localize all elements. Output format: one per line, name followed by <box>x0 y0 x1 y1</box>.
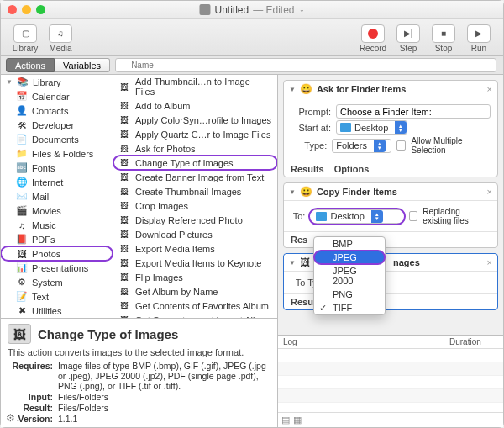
view-list-icon[interactable]: ▤ <box>281 415 290 425</box>
sidebar-item-utilities[interactable]: ✖Utilities <box>1 304 113 318</box>
sidebar-item-developer[interactable]: 🛠Developer <box>1 118 113 132</box>
sidebar-item-text[interactable]: 📝Text <box>1 289 113 304</box>
disclosure-triangle-icon[interactable]: ▼ <box>289 188 296 196</box>
action-item[interactable]: 🖼Add Thumbnail…n to Image Files <box>113 75 277 98</box>
type-popup[interactable]: Folders ▴▾ <box>332 139 391 153</box>
tab-actions[interactable]: Actions <box>6 58 55 72</box>
workflow-scroll[interactable]: ▼ 😀 Ask for Finder Items × Prompt: Start… <box>278 75 503 335</box>
action-item[interactable]: 🖼Crop Images <box>113 198 277 213</box>
media-button[interactable]: ♫ Media <box>43 24 78 53</box>
options-tab[interactable]: Options <box>334 164 370 174</box>
action-item[interactable]: 🖼Create Banner Image from Text <box>113 170 277 184</box>
action-item[interactable]: 🖼Apply ColorSyn…rofile to Images <box>113 113 277 127</box>
action-item[interactable]: 🖼Get Album by Name <box>113 284 277 299</box>
sidebar-item-presentations[interactable]: 📊Presentations <box>1 261 113 275</box>
allow-multiple-checkbox[interactable] <box>396 140 406 151</box>
search-input[interactable] <box>115 58 496 72</box>
sidebar-item-calendar[interactable]: 📅Calendar <box>1 89 113 103</box>
action-item[interactable]: 🖼Display Referenced Photo <box>113 213 277 227</box>
log-col-duration[interactable]: Duration <box>444 336 503 348</box>
disclosure-triangle-icon[interactable]: ▼ <box>289 86 296 93</box>
action-label: Export Media Items <box>135 244 215 254</box>
requires-label: Requires: <box>8 361 53 391</box>
dropdown-item-jpeg[interactable]: JPEG <box>314 251 385 264</box>
dropdown-item-tiff[interactable]: ✓TIFF <box>314 301 385 314</box>
gear-menu-button[interactable]: ⚙︎⌄ <box>6 412 21 424</box>
sidebar-item-photos[interactable]: 🖼Photos <box>1 246 113 261</box>
results-tab[interactable]: Res <box>291 235 307 245</box>
tab-variables[interactable]: Variables <box>55 58 110 72</box>
log-col-log[interactable]: Log <box>278 336 444 348</box>
allow-multiple-label: Allow Multiple Selection <box>411 136 491 155</box>
action-label: Get Contents of Favorites Album <box>135 301 269 311</box>
input-value: Files/Folders <box>58 392 270 402</box>
replacing-checkbox[interactable] <box>409 211 417 221</box>
action-icon: 🖼 <box>118 172 130 182</box>
disclosure-triangle-icon[interactable]: ▼ <box>289 259 296 267</box>
window-title: Untitled — Edited ⌄ <box>199 4 304 16</box>
disclosure-triangle-icon[interactable]: ▼ <box>6 78 13 86</box>
dropdown-item-png[interactable]: PNG <box>314 288 385 301</box>
sidebar-item-label: Fonts <box>32 163 55 173</box>
to-value: Desktop <box>330 211 364 221</box>
view-grid-icon[interactable]: ▦ <box>293 415 302 425</box>
close-icon[interactable]: × <box>487 187 492 197</box>
action-item[interactable]: 🖼Add to Album <box>113 98 277 113</box>
category-icon: ✉️ <box>16 191 28 202</box>
sidebar-item-music[interactable]: ♫Music <box>1 218 113 232</box>
desktop-icon <box>316 212 327 221</box>
action-icon: 🖼 <box>118 114 130 125</box>
category-icon: 📄 <box>16 134 28 145</box>
sidebar-item-documents[interactable]: 📄Documents <box>1 132 113 146</box>
sidebar-item-label: Calendar <box>32 92 70 102</box>
action-icon: 🖼 <box>118 286 130 297</box>
action-item[interactable]: 🖼Create Thumbnail Images <box>113 184 277 198</box>
sidebar-item-internet[interactable]: 🌐Internet <box>1 175 113 189</box>
library-button[interactable]: ▢ Library <box>8 24 43 53</box>
category-icon: 📅 <box>16 91 28 102</box>
zoom-window-button[interactable] <box>36 5 45 14</box>
type-dropdown-menu[interactable]: BMP JPEG JPEG 2000 PNG ✓TIFF <box>313 236 386 315</box>
sidebar-item-pdfs[interactable]: 📕PDFs <box>1 232 113 246</box>
popup-arrows-icon: ▴▾ <box>371 210 383 223</box>
sidebar-item-movies[interactable]: 🎬Movies <box>1 203 113 218</box>
results-tab[interactable]: Results <box>291 164 324 174</box>
action-item[interactable]: 🖼Get Contents of Favorites Album <box>113 299 277 313</box>
action-item[interactable]: 🖼Apply Quartz C…r to Image Files <box>113 127 277 141</box>
workflow-action-ask-finder[interactable]: ▼ 😀 Ask for Finder Items × Prompt: Start… <box>283 80 498 177</box>
prompt-input[interactable] <box>336 104 491 119</box>
close-icon[interactable]: × <box>487 257 492 267</box>
sidebar-library[interactable]: ▼ 📚 Library <box>1 75 113 89</box>
stop-button[interactable]: ■ Stop <box>426 24 461 53</box>
to-popup[interactable]: Desktop ▴▾ <box>312 209 402 224</box>
stop-label: Stop <box>435 44 453 53</box>
action-item[interactable]: 🖼Export Media Items <box>113 241 277 256</box>
action-item[interactable]: 🖼Export Media Items to Keynote <box>113 256 277 270</box>
dropdown-item-bmp[interactable]: BMP <box>314 237 385 251</box>
step-button[interactable]: ▶| Step <box>391 24 426 53</box>
sidebar-item-contacts[interactable]: 👤Contacts <box>1 103 113 118</box>
preview-icon: 🖼 <box>300 256 310 268</box>
action-item[interactable]: 🖼Ask for Photos <box>113 141 277 156</box>
run-button[interactable]: ▶ Run <box>461 24 496 53</box>
action-item[interactable]: 🖼Change Type of Images <box>113 156 277 170</box>
minimize-window-button[interactable] <box>22 5 31 14</box>
title-chevron-icon[interactable]: ⌄ <box>299 6 305 13</box>
run-icon: ▶ <box>467 24 491 43</box>
sidebar-item-system[interactable]: ⚙System <box>1 275 113 289</box>
startat-popup[interactable]: Desktop ▴▾ <box>336 120 407 135</box>
close-icon[interactable]: × <box>487 84 492 94</box>
action-item[interactable]: 🖼Download Pictures <box>113 227 277 241</box>
sidebar-item-fonts[interactable]: 🔤Fonts <box>1 161 113 175</box>
sidebar-item-files-folders[interactable]: 📁Files & Folders <box>1 146 113 161</box>
action-item[interactable]: 🖼Flip Images <box>113 270 277 284</box>
finder-icon: 😀 <box>300 186 312 198</box>
dropdown-item-jpeg2000[interactable]: JPEG 2000 <box>314 264 385 288</box>
close-window-button[interactable] <box>8 5 17 14</box>
sidebar-item-label: Movies <box>32 206 61 216</box>
workflow-canvas: ▼ 😀 Ask for Finder Items × Prompt: Start… <box>278 75 503 427</box>
sidebar-item-mail[interactable]: ✉️Mail <box>1 189 113 203</box>
type-value: Folders <box>336 140 367 151</box>
popup-arrows-icon: ▴▾ <box>374 140 386 152</box>
record-button[interactable]: Record <box>355 24 391 53</box>
